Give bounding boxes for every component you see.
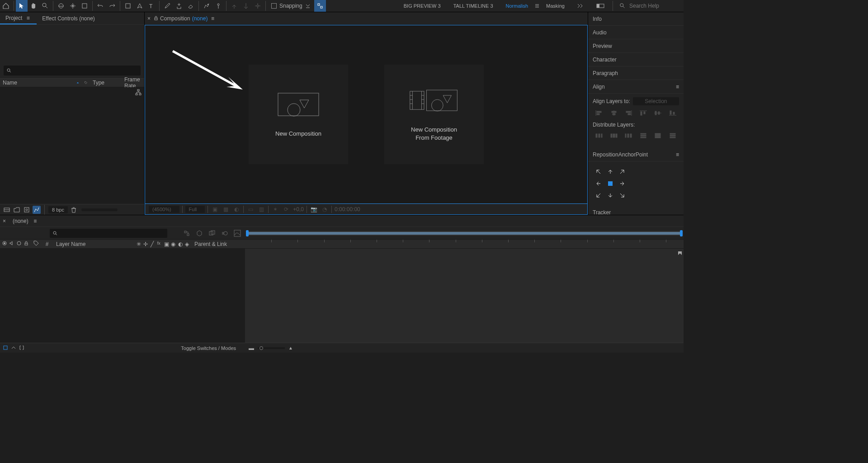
quality-icon[interactable]: ╱ xyxy=(151,241,156,247)
bpc-button[interactable]: 8 bpc xyxy=(48,206,68,213)
anchor-l-icon[interactable] xyxy=(593,178,604,189)
eraser-tool-icon[interactable] xyxy=(185,0,197,12)
resolution-dropdown[interactable]: Full xyxy=(185,206,205,213)
menu-icon[interactable]: ≡ xyxy=(25,15,31,21)
show-snapshot-icon[interactable]: ◔ xyxy=(321,205,329,213)
align-bottom-icon[interactable] xyxy=(666,108,679,118)
tab-project[interactable]: Project≡ xyxy=(0,12,37,24)
work-area-start-handle[interactable] xyxy=(246,230,249,236)
undo-icon[interactable] xyxy=(94,0,106,12)
sort-icon[interactable] xyxy=(74,79,82,87)
align-hcenter-icon[interactable] xyxy=(608,108,621,118)
frame-blend-col-icon[interactable]: ▣ xyxy=(164,241,170,247)
project-search[interactable] xyxy=(4,66,141,76)
distribute-hcenter-icon[interactable] xyxy=(608,131,621,141)
audio-switch-icon[interactable] xyxy=(9,241,15,247)
zoom-in-icon[interactable]: ▲ xyxy=(288,345,293,350)
motion-blur-col-icon[interactable]: ◉ xyxy=(171,241,177,247)
zoom-tool-icon[interactable] xyxy=(39,0,51,12)
label-column-icon[interactable] xyxy=(33,241,40,247)
distribute-vcenter-icon[interactable] xyxy=(651,131,665,141)
distribute-bottom-icon[interactable] xyxy=(666,131,679,141)
redo-icon[interactable] xyxy=(106,0,118,12)
search-help-input[interactable] xyxy=(629,3,679,9)
adjustment-icon[interactable]: ◐ xyxy=(178,241,184,247)
fast-preview-icon[interactable]: ⟳ xyxy=(282,205,290,213)
shy-icon[interactable]: ✳ xyxy=(137,241,142,247)
anchor-bl-icon[interactable] xyxy=(593,189,604,201)
timeline-zoom-slider[interactable] xyxy=(258,347,285,349)
home-icon[interactable] xyxy=(0,0,12,12)
workspace-big-preview[interactable]: BIG PREVIEW 3 xyxy=(397,0,447,12)
align-left-icon[interactable] xyxy=(593,108,606,118)
view-layout-icon[interactable]: ▥ xyxy=(257,205,265,213)
align-right-icon[interactable] xyxy=(622,108,635,118)
panel-reposition-anchor[interactable]: RepositionAnchorPoint≡ xyxy=(588,148,684,161)
new-comp-icon[interactable] xyxy=(23,206,31,214)
orbit-camera-icon[interactable] xyxy=(55,0,67,12)
roi-icon[interactable]: ▣ xyxy=(211,205,219,213)
comp-end-marker-icon[interactable] xyxy=(677,250,683,256)
index-column[interactable]: # xyxy=(42,241,52,247)
3d-view-icon[interactable]: ▭ xyxy=(246,205,255,213)
close-icon[interactable]: × xyxy=(147,15,154,22)
menu-icon[interactable] xyxy=(534,3,540,9)
parent-link-column[interactable]: Parent & Link xyxy=(191,241,245,247)
time-ruler[interactable] xyxy=(245,240,684,248)
transparency-grid-icon[interactable]: ▦ xyxy=(222,205,230,213)
3d-layer-icon[interactable]: ◈ xyxy=(185,241,191,247)
local-axis-icon[interactable] xyxy=(228,0,240,12)
anchor-tr-icon[interactable] xyxy=(616,166,628,178)
interpret-footage-icon[interactable] xyxy=(3,206,11,214)
distribute-top-icon[interactable] xyxy=(637,131,650,141)
distribute-left-icon[interactable] xyxy=(593,131,606,141)
pixel-aspect-icon[interactable]: ✶ xyxy=(271,205,279,213)
project-bin[interactable] xyxy=(0,87,144,204)
panel-character[interactable]: Character xyxy=(588,53,684,66)
frame-blend-icon[interactable] xyxy=(207,228,217,238)
toggle-switches-modes[interactable]: Toggle Switches / Modes xyxy=(181,345,245,351)
align-vcenter-icon[interactable] xyxy=(651,108,665,118)
project-settings-icon[interactable] xyxy=(33,206,41,214)
snapping-toggle[interactable]: Snapping xyxy=(268,3,314,9)
lock-switch-icon[interactable] xyxy=(24,241,30,247)
anchor-tl-icon[interactable] xyxy=(593,166,604,178)
lock-icon[interactable] xyxy=(154,15,160,22)
video-switch-icon[interactable] xyxy=(2,241,8,247)
timeline-search[interactable] xyxy=(50,229,167,238)
anchor-b-icon[interactable] xyxy=(604,189,616,201)
new-folder-icon[interactable] xyxy=(13,206,21,214)
new-composition-from-footage-button[interactable]: New Composition From Footage xyxy=(384,65,484,164)
tag-icon[interactable] xyxy=(82,79,90,87)
workspace-overflow-icon[interactable] xyxy=(571,0,590,12)
thumbnail-slider[interactable] xyxy=(81,208,118,211)
flowchart-icon[interactable] xyxy=(135,89,142,95)
work-area-end-handle[interactable] xyxy=(680,230,683,236)
distribute-right-icon[interactable] xyxy=(622,131,635,141)
timeline-tab[interactable]: (none) xyxy=(9,218,32,224)
comp-tab[interactable]: Composition (none) ≡ xyxy=(160,15,216,22)
timecode-display[interactable]: 0:00:00:00 xyxy=(335,206,360,213)
workspace-masking[interactable]: Masking xyxy=(540,0,571,12)
clone-stamp-icon[interactable] xyxy=(173,0,185,12)
panel-paragraph[interactable]: Paragraph xyxy=(588,66,684,80)
anchor-r-icon[interactable] xyxy=(616,178,628,189)
text-tool-icon[interactable]: T xyxy=(146,0,157,12)
snap-to-bounds-icon[interactable] xyxy=(314,0,326,12)
panel-info[interactable]: Info xyxy=(588,12,684,26)
draft-3d-icon[interactable] xyxy=(194,228,204,238)
timeline-tracks[interactable] xyxy=(245,249,684,343)
snapshot-icon[interactable]: 📷 xyxy=(310,205,318,213)
comp-mini-flowchart-icon[interactable] xyxy=(182,228,192,238)
panel-align[interactable]: Align≡ xyxy=(588,80,684,94)
panel-preview[interactable]: Preview xyxy=(588,39,684,53)
trash-icon[interactable] xyxy=(70,206,78,214)
layer-name-column[interactable]: Layer Name xyxy=(52,241,137,247)
solo-switch-icon[interactable] xyxy=(16,241,23,247)
anchor-br-icon[interactable] xyxy=(616,189,628,201)
layer-list[interactable] xyxy=(0,249,245,343)
world-axis-icon[interactable] xyxy=(240,0,252,12)
expand-icon[interactable] xyxy=(3,345,9,351)
motion-blur-icon[interactable] xyxy=(220,228,230,238)
menu-icon[interactable]: ≡ xyxy=(676,84,679,90)
